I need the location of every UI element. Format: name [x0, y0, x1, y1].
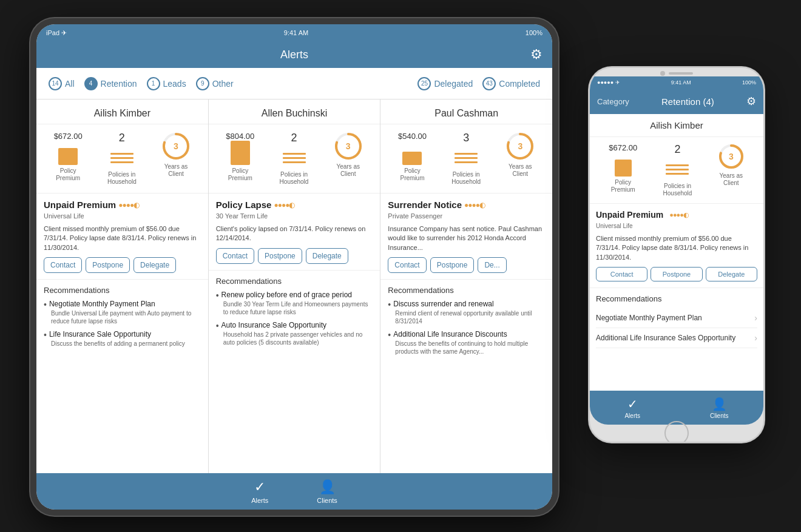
client-stats-2: $804.00 PolicyPremium 2 [209, 124, 380, 194]
rec-item-3-2: • Additional Life Insurance Discounts Di… [388, 330, 545, 355]
rec-title-2: Recommendations [216, 277, 373, 286]
person-icon: 👤 [319, 479, 336, 495]
phone-contact-button[interactable]: Contact [596, 267, 647, 281]
ring-number-1: 3 [174, 141, 178, 151]
phone-home-button[interactable] [664, 421, 689, 443]
policy-line [283, 161, 306, 163]
tablet: iPad ✈ 9:41 AM 100% Alerts ⚙ 14 All [30, 18, 558, 516]
phone-stat-premium-value: $672.00 [609, 143, 637, 152]
phone-person-icon: 👤 [712, 397, 727, 411]
rec-title-3: Recommendations [388, 286, 545, 295]
stat-premium-value-2: $804.00 [226, 132, 254, 141]
client-column-1: Ailish Kimber $672.00 PolicyPremium 2 [36, 99, 209, 473]
phone-rec-section: Recommendations Negotiate Monthly Paymen… [590, 288, 763, 354]
rec-item-2-2: • Auto Insurance Sale Opportunity Househ… [216, 321, 373, 346]
tab-completed-badge: 43 [482, 77, 496, 90]
alert-desc-1: Client missed monthly premium of $56.00 … [44, 224, 201, 252]
stat-policies-value-2: 2 [291, 132, 297, 144]
stat-policies-2: 2 Policies inHousehold [280, 132, 309, 186]
phone-delegate-button[interactable]: Delegate [706, 267, 757, 281]
phone-postpone-button[interactable]: Postpone [651, 267, 702, 281]
phone-camera [660, 71, 665, 76]
phone-status-right: 100% [742, 79, 756, 86]
delegate-button-2[interactable]: Delegate [306, 248, 348, 264]
phone-rec-title: Recommendations [596, 294, 757, 303]
tab-all[interactable]: 14 All [49, 77, 75, 90]
tab-all-badge: 14 [49, 77, 62, 90]
premium-bar-2 [229, 143, 251, 165]
tab-leads[interactable]: 1 Leads [147, 77, 186, 90]
contact-button-1[interactable]: Contact [44, 257, 82, 273]
alert-section-2: Policy Lapse ●●●●◐ 30 Year Term Life Cli… [209, 194, 380, 271]
phone-ring-number: 3 [729, 152, 734, 161]
rec-item-desc-1-1: Bundle Universal Life payment with Auto … [51, 309, 201, 325]
contact-button-2[interactable]: Contact [216, 248, 254, 264]
postpone-button-3[interactable]: Postpone [430, 257, 475, 273]
alert-desc-2: Client's policy lapsed on 7/31/14. Polic… [216, 224, 373, 243]
alert-subtitle-2: 30 Year Term Life [216, 212, 268, 220]
phone-premium-bar [612, 155, 634, 177]
rec-section-3: Recommendations • Discuss surrender and … [380, 280, 552, 473]
rec-item-title-3-1: • Discuss surrender and renewal [388, 300, 545, 309]
policy-line [666, 164, 689, 166]
rec-item-2-1: • Renew policy before end of grace perio… [216, 291, 373, 316]
tab-retention[interactable]: 4 Retention [84, 77, 137, 90]
tablet-navbar: Alerts ⚙ [36, 41, 552, 68]
action-buttons-1: Contact Postpone Delegate [44, 257, 201, 273]
bottom-tab-alerts[interactable]: ✓ Alerts [251, 479, 268, 504]
client-header-1: Ailish Kimber [36, 99, 208, 124]
phone-alert-desc: Client missed monthly premium of $56.00 … [596, 234, 757, 262]
client-column-2: Allen Buchinski $804.00 PolicyPremium 2 [209, 99, 381, 473]
phone-action-buttons: Contact Postpone Delegate [596, 267, 757, 281]
phone-stat-years-label: Years asClient [720, 172, 743, 187]
tab-retention-badge: 4 [84, 77, 98, 90]
tab-completed[interactable]: 43 Completed [482, 77, 540, 90]
tablet-bottom-bar: ✓ Alerts 👤 Clients [36, 473, 552, 510]
rec-section-1: Recommendations • Negotiate Monthly Paym… [36, 280, 208, 473]
stat-policies-3: 3 Policies inHousehold [451, 132, 481, 186]
alert-section-1: Unpaid Premium ●●●●◐ Universal Life Clie… [36, 194, 208, 280]
client-stats-3: $540.00 PolicyPremium 3 [380, 124, 552, 194]
rec-item-title-3-2: • Additional Life Insurance Discounts [388, 330, 545, 340]
client-header-3: Paul Cashman [380, 99, 552, 124]
contact-button-3[interactable]: Contact [388, 257, 426, 273]
gear-icon[interactable]: ⚙ [530, 47, 542, 62]
rec-item-title-2-1: • Renew policy before end of grace perio… [216, 291, 373, 300]
phone-navbar: Category Retention (4) ⚙ [590, 89, 763, 114]
policies-lines-2 [283, 147, 306, 169]
alert-title-3: Surrender Notice [388, 200, 462, 210]
phone-ring-container: 3 [718, 143, 745, 170]
phone-gear-icon[interactable]: ⚙ [746, 95, 756, 108]
phone-rec-item-1[interactable]: Negotiate Monthly Payment Plan › [596, 308, 757, 328]
cards-area: Ailish Kimber $672.00 PolicyPremium 2 [36, 99, 552, 473]
client-stats-1: $672.00 PolicyPremium 2 [36, 124, 208, 194]
alert-title-2: Policy Lapse [216, 200, 272, 210]
tab-completed-label: Completed [499, 79, 540, 89]
stat-years-3: 3 Years asClient [505, 132, 535, 186]
delegate-button-3[interactable]: De... [478, 257, 506, 273]
stat-policies-label-3: Policies inHousehold [451, 171, 481, 186]
tab-delegated-label: Delegated [434, 79, 473, 89]
postpone-button-2[interactable]: Postpone [258, 248, 302, 264]
postpone-button-1[interactable]: Postpone [86, 257, 130, 273]
alert-title-1: Unpaid Premium [44, 200, 116, 210]
tab-other[interactable]: 9 Other [196, 77, 234, 90]
policy-line [666, 169, 689, 170]
phone-stat-policies-label: Policies inHousehold [663, 183, 692, 197]
phone-bottom-tab-alerts[interactable]: ✓ Alerts [624, 397, 640, 419]
alert-subtitle-3: Private Passenger [388, 212, 442, 220]
bottom-tab-clients[interactable]: 👤 Clients [317, 479, 337, 504]
ring-container-2: 3 [334, 132, 363, 161]
tab-delegated[interactable]: 25 Delegated [417, 77, 473, 90]
phone-bottom-clients-label: Clients [710, 412, 729, 419]
phone-bottom-alerts-label: Alerts [624, 412, 640, 419]
phone-stat-premium-label: PolicyPremium [611, 179, 635, 194]
bottom-tab-clients-label: Clients [317, 497, 337, 504]
delegate-button-1[interactable]: Delegate [134, 257, 176, 273]
phone-rec-item-2[interactable]: Additional Life Insurance Sales Opportun… [596, 328, 757, 348]
ring-container-1: 3 [161, 132, 191, 161]
client-header-2: Allen Buchinski [209, 99, 380, 124]
rec-item-1-2: • Life Insurance Sale Opportunity Discus… [44, 330, 201, 348]
phone-status-center: 9:41 AM [671, 79, 691, 86]
phone-bottom-tab-clients[interactable]: 👤 Clients [710, 397, 729, 419]
